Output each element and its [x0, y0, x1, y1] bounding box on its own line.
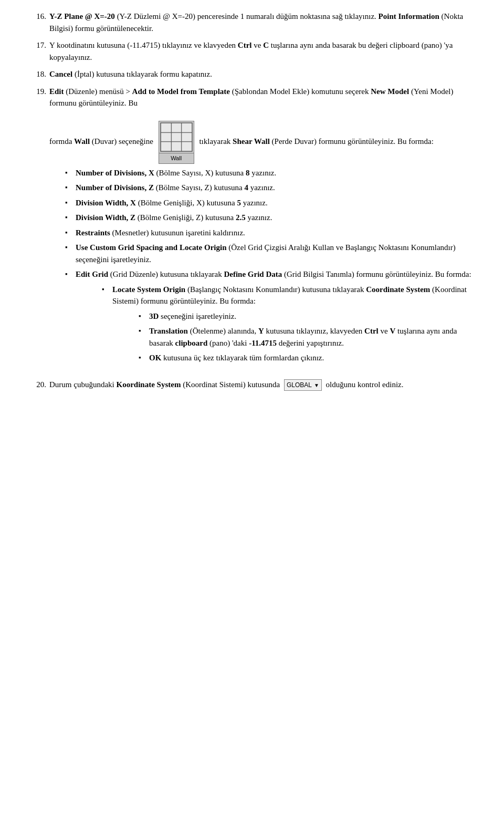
item-19-shear: Shear Wall — [233, 137, 270, 146]
item-19-bullets: Number of Divisions, X (Bölme Sayısı, X)… — [65, 167, 472, 370]
sub-sub-3d-text: 3D seçeneğini işaretleyiniz. — [149, 310, 236, 323]
item-19-newmodel: New Model — [371, 87, 409, 96]
wall-icon — [159, 121, 194, 153]
bullet-divisions-z-text: Number of Divisions, Z (Bölme Sayısı, Z)… — [76, 182, 275, 194]
b-restraints: Restraints — [76, 228, 110, 237]
b-definegrid: Define Grid Data — [224, 270, 282, 278]
bullet-edit-grid-text: Edit Grid (Grid Düzenle) kutusuna tıklay… — [76, 268, 472, 370]
b-wid-x-val: 5 — [237, 199, 241, 207]
b-editgrid: Edit Grid — [76, 270, 108, 278]
svg-rect-12 — [161, 142, 171, 151]
bullet-custom-grid: Use Custom Grid Spacing and Locate Origi… — [65, 242, 472, 265]
item-18: 18. Cancel (İptal) kutusuna tıklayarak f… — [32, 68, 472, 80]
svg-rect-6 — [161, 123, 171, 132]
b-div-z-val: 4 — [244, 183, 248, 192]
item-19-add: Add to Model from Template — [132, 87, 230, 96]
bullet-restraints: Restraints (Mesnetler) kutusunun işareti… — [65, 227, 472, 239]
b-div-x-val: 8 — [246, 169, 250, 177]
svg-rect-7 — [172, 123, 181, 132]
item-16: 16. Y-Z Plane @ X=-20 (Y-Z Düzlemi @ X=-… — [32, 11, 472, 34]
item-17-number: 17. — [32, 39, 46, 63]
b-div-x: Number of Divisions, X — [76, 169, 154, 177]
b-value: -11.4715 — [249, 339, 277, 347]
document-content: 16. Y-Z Plane @ X=-20 (Y-Z Düzlemi @ X=-… — [32, 11, 472, 391]
item-16-number: 16. — [32, 11, 46, 34]
wall-label: Wall — [159, 153, 194, 164]
global-label: GLOBAL — [287, 380, 312, 390]
item-19-edit: Edit — [49, 87, 64, 96]
item-16-bold1: Y-Z Plane @ X=-20 — [49, 12, 115, 20]
item-20-number: 20. — [32, 379, 46, 391]
sub-sub-bullets: 3D seçeneğini işaretleyiniz. Translation… — [139, 310, 472, 364]
b-ok: OK — [149, 354, 161, 362]
item-17: 17. Y kootdinatını kutusuna (-11.4715) t… — [32, 39, 472, 63]
item-17-ctrl: Ctrl — [238, 41, 252, 49]
dropdown-arrow-icon: ▼ — [314, 381, 319, 389]
item-19-wall-text: Wall — [74, 137, 90, 146]
sub-sub-translation: Translation (Ötelenme) alanında, Y kutus… — [139, 325, 472, 349]
b-wid-z: Division Width, Z — [76, 213, 135, 222]
bullet-width-z: Division Width, Z (Bölme Genişliği, Z) k… — [65, 212, 472, 224]
item-20: 20. Durum çubuğundaki Koordinate System … — [32, 379, 472, 391]
sub-bullet-locate-text: Locate System Origin (Başlangıç Noktasın… — [112, 284, 472, 367]
b-wid-z-val: 2.5 — [236, 213, 246, 222]
svg-rect-10 — [172, 133, 181, 141]
item-20-coord: Koordinate System — [116, 380, 181, 389]
b-y: Y — [258, 327, 264, 335]
b-ctrl: Ctrl — [364, 327, 379, 335]
svg-rect-14 — [182, 142, 191, 151]
item-17-text: Y kootdinatını kutusuna (-11.4715) tıkla… — [49, 39, 472, 63]
item-19-text: Edit (Düzenle) menüsü > Add to Model fro… — [49, 86, 472, 373]
svg-rect-11 — [182, 133, 191, 141]
item-18-number: 18. — [32, 68, 46, 80]
sub-sub-translation-text: Translation (Ötelenme) alanında, Y kutus… — [149, 325, 472, 349]
wall-svg — [159, 121, 194, 153]
bullet-width-x: Division Width, X (Bölme Genişliği, X) k… — [65, 197, 472, 209]
sub-bullets: Locate System Origin (Başlangıç Noktasın… — [102, 284, 472, 367]
wall-button[interactable]: Wall — [159, 121, 194, 164]
bullet-divisions-x: Number of Divisions, X (Bölme Sayısı, X)… — [65, 167, 472, 179]
global-dropdown[interactable]: GLOBAL ▼ — [284, 379, 322, 391]
b-wid-x: Division Width, X — [76, 199, 136, 207]
svg-rect-9 — [161, 133, 171, 141]
svg-rect-13 — [172, 142, 181, 151]
b-clipboard: clipboard — [175, 339, 208, 347]
bullet-divisions-x-text: Number of Divisions, X (Bölme Sayısı, X)… — [76, 167, 276, 179]
sub-sub-ok-text: OK kutusuna üç kez tıklayarak tüm formla… — [149, 352, 324, 364]
b-div-z: Number of Divisions, Z — [76, 183, 154, 192]
item-16-bold2: Point Information — [379, 12, 439, 20]
svg-rect-8 — [182, 123, 191, 132]
bullet-divisions-z: Number of Divisions, Z (Bölme Sayısı, Z)… — [65, 182, 472, 194]
item-19: 19. Edit (Düzenle) menüsü > Add to Model… — [32, 86, 472, 373]
item-20-text: Durum çubuğundaki Koordinate System (Koo… — [49, 379, 472, 391]
sub-bullet-locate: Locate System Origin (Başlangıç Noktasın… — [102, 284, 472, 367]
b-custom: Use Custom Grid Spacing and Locate Origi… — [76, 243, 227, 252]
b-v: V — [390, 327, 395, 335]
item-19-number: 19. — [32, 86, 46, 373]
item-18-cancel: Cancel — [49, 70, 72, 78]
item-18-text: Cancel (İptal) kutusuna tıklayarak formu… — [49, 68, 472, 80]
b-locate: Locate System Origin — [112, 285, 185, 294]
item-16-text: Y-Z Plane @ X=-20 (Y-Z Düzlemi @ X=-20) … — [49, 11, 472, 34]
item-17-c: C — [263, 41, 269, 49]
sub-sub-3d: 3D seçeneğini işaretleyiniz. — [139, 310, 472, 323]
sub-sub-ok: OK kutusuna üç kez tıklayarak tüm formla… — [139, 352, 472, 364]
bullet-width-z-text: Division Width, Z (Bölme Genişliği, Z) k… — [76, 212, 272, 224]
bullet-restraints-text: Restraints (Mesnetler) kutusunun işareti… — [76, 227, 245, 239]
bullet-custom-grid-text: Use Custom Grid Spacing and Locate Origi… — [76, 242, 472, 265]
b-3d: 3D — [149, 312, 159, 320]
bullet-width-x-text: Division Width, X (Bölme Genişliği, X) k… — [76, 197, 268, 209]
bullet-edit-grid: Edit Grid (Grid Düzenle) kutusuna tıklay… — [65, 268, 472, 370]
b-coord: Coordinate System — [366, 285, 430, 294]
b-translation: Translation — [149, 327, 188, 335]
